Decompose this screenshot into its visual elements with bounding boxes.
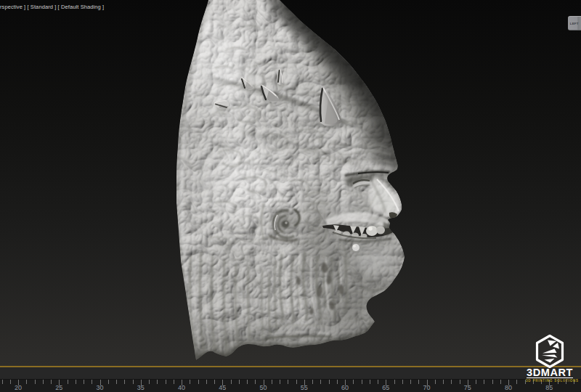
ruler-tick: [370, 380, 370, 384]
ruler-tick: [124, 380, 125, 384]
ruler-tick: [476, 380, 476, 384]
ruler-tick: [394, 380, 395, 384]
ruler-tick-label: 30: [96, 384, 103, 391]
viewcube[interactable]: LEFT: [568, 16, 581, 30]
ruler-tick: [26, 380, 27, 384]
ruler-tick-label: 35: [137, 384, 145, 391]
ruler-tick: [418, 380, 419, 384]
ruler-tick-label: 70: [423, 384, 430, 391]
ruler-tick-label: 20: [15, 384, 22, 391]
ruler-tick: [214, 380, 215, 384]
ruler-tick: [116, 380, 117, 384]
ruler-tick: [239, 380, 240, 384]
ruler-tick: [435, 380, 436, 384]
ruler-tick: [10, 380, 11, 384]
brand-logo-icon: [534, 334, 566, 369]
ruler-tick: [231, 380, 232, 384]
ruler-tick: [149, 380, 150, 384]
brand-tagline: 3D PRINTING SOLUTIONS: [526, 379, 574, 383]
ruler-tick-label: 65: [382, 384, 389, 391]
ruler-tick: [35, 380, 36, 384]
brand-name: 3DMART: [525, 369, 575, 377]
ruler-tick: [2, 380, 3, 384]
ruler-tick-label: 75: [464, 384, 471, 391]
ruler-tick: [133, 380, 134, 384]
ruler-tick: [402, 380, 403, 384]
viewport-shading-label[interactable]: rspective ] [ Standard ] [ Default Shadi…: [0, 4, 104, 10]
ruler-tick: [280, 380, 280, 384]
ruler-tick: [410, 380, 411, 384]
ruler-tick-label: 40: [178, 384, 185, 391]
ruler-tick: [362, 380, 362, 384]
ruler-tick: [43, 380, 44, 384]
ruler-tick: [337, 380, 338, 384]
ruler-tick: [76, 380, 76, 384]
ruler-tick: [312, 380, 313, 384]
ruler-tick: [247, 380, 248, 384]
ruler-tick-label: 45: [219, 384, 226, 391]
ruler-tick: [255, 380, 256, 384]
viewport-3d[interactable]: rspective ] [ Standard ] [ Default Shadi…: [0, 0, 581, 367]
ruler-tick: [166, 380, 166, 384]
ruler-tick: [500, 380, 501, 384]
ruler-tick: [460, 380, 460, 384]
ruler-tick: [108, 380, 109, 384]
ruler-tick: [484, 380, 484, 384]
ruler-tick: [353, 380, 354, 384]
ruler-tick: [157, 380, 158, 384]
ruler-tick: [272, 380, 272, 384]
ruler-tick: [198, 380, 199, 384]
viewcube-face-label[interactable]: LEFT: [569, 22, 578, 25]
ruler-tick: [378, 380, 378, 384]
ruler-tick-label: 80: [505, 384, 512, 391]
model-demon-head[interactable]: [0, 0, 581, 392]
ruler-tick: [190, 380, 190, 384]
ruler-tick: [288, 380, 288, 384]
ruler-tick: [516, 380, 517, 384]
ruler-tick: [92, 380, 92, 384]
ruler-tick: [492, 380, 493, 384]
ruler-tick: [68, 380, 68, 384]
ruler-tick: [296, 380, 297, 384]
ruler-tick: [84, 380, 84, 384]
ruler-tick-label: 60: [341, 384, 349, 391]
ruler-tick: [320, 380, 321, 384]
ruler-tick: [451, 380, 452, 384]
ruler-tick: [329, 380, 330, 384]
ruler-tick-label: 50: [259, 384, 267, 391]
ruler-tick-label: 25: [55, 384, 62, 391]
track-bar[interactable]: [0, 367, 581, 380]
ruler-tick: [443, 380, 444, 384]
brand-logo: 3DMART 3D PRINTING SOLUTIONS: [526, 334, 574, 386]
ruler-tick: [174, 380, 174, 384]
ruler-tick-label: 55: [301, 384, 308, 391]
ruler-tick: [51, 380, 52, 384]
ruler-tick: [206, 380, 207, 384]
timeline-ruler[interactable]: 2025303540455055606570758085: [0, 380, 581, 392]
